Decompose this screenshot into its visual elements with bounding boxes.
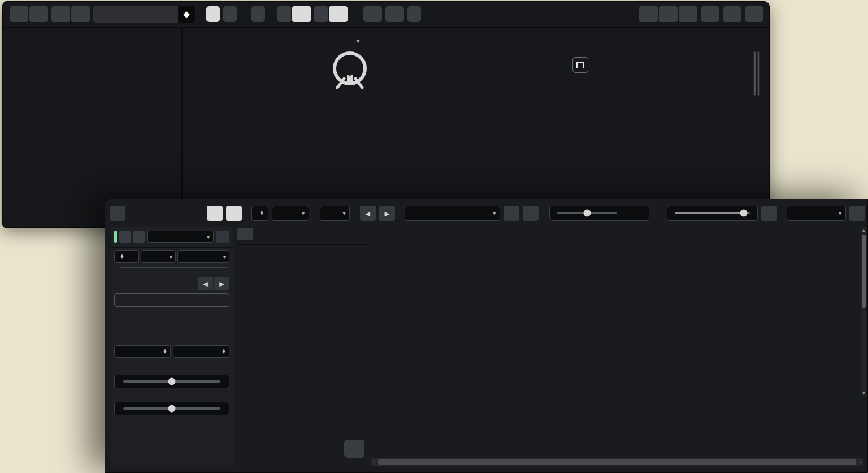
track-offset-thumb[interactable]	[168, 405, 176, 413]
diamond-icon: ◆	[183, 9, 190, 19]
scrollbar-thumb[interactable]	[378, 459, 856, 465]
play-direction-dropdown[interactable]	[320, 206, 350, 221]
chevron-down-icon	[839, 210, 841, 216]
chevron-down-icon	[223, 254, 226, 260]
pattern-steps-stepper[interactable]	[251, 206, 268, 221]
tab-pad-fx[interactable]	[223, 6, 237, 22]
tab-group[interactable]	[251, 6, 265, 22]
track-steps-stepper[interactable]	[114, 250, 139, 263]
clear-random-button[interactable]	[761, 206, 777, 221]
euclidean-knobs	[111, 310, 233, 372]
solo-button[interactable]	[133, 231, 145, 243]
next-pattern-button[interactable]	[379, 206, 395, 221]
randomize-lane-button[interactable]	[344, 440, 364, 458]
pulses-stepper[interactable]	[114, 345, 171, 358]
preset-diamond-button[interactable]	[701, 6, 719, 22]
random-amount-slider[interactable]	[675, 212, 749, 214]
gate-icon	[576, 62, 584, 68]
redo-button[interactable]	[29, 6, 48, 22]
sample-name-dropdown[interactable]	[341, 37, 359, 45]
delay-tab[interactable]	[277, 6, 291, 22]
chevron-down-icon	[302, 210, 305, 216]
preview-speaker-button[interactable]	[226, 206, 242, 221]
track-list-panel	[236, 227, 368, 467]
generator-mode-tabs	[114, 293, 229, 307]
pad-size-small-button[interactable]	[639, 6, 658, 22]
browse-folder-button[interactable]	[723, 6, 741, 22]
track-step-settings	[114, 250, 229, 263]
kit-dropdown[interactable]	[787, 206, 846, 221]
delay-power-button[interactable]	[292, 6, 311, 22]
track-swing-slider[interactable]	[123, 380, 220, 383]
divider	[111, 247, 233, 248]
pattern-toolbar	[110, 204, 865, 222]
pad-size-large-button[interactable]	[659, 6, 678, 22]
interval-row	[114, 277, 229, 290]
undo-button[interactable]	[10, 6, 28, 22]
preset-browser-button[interactable]: ◆	[178, 6, 195, 23]
shift-left-button[interactable]	[198, 277, 213, 290]
confirm-button[interactable]	[679, 6, 697, 22]
vertical-scrollbar[interactable]	[861, 227, 866, 396]
read-automation-button[interactable]	[51, 6, 70, 22]
write-automation-button[interactable]	[71, 6, 90, 22]
stepper-arrows-icon	[163, 349, 167, 354]
scroll-right-arrow[interactable]	[857, 458, 863, 466]
randomize-control[interactable]	[667, 206, 757, 221]
fx-button[interactable]	[407, 6, 421, 22]
track-select-dropdown[interactable]	[147, 231, 214, 243]
gate-mode-button[interactable]	[572, 57, 588, 73]
pattern-select-dropdown[interactable]	[405, 206, 500, 221]
midi-controller-button[interactable]	[385, 6, 404, 22]
toolbar-divider	[3, 27, 769, 28]
arrow-left-icon	[366, 209, 370, 218]
chevron-down-icon	[170, 254, 172, 260]
track-preset-box[interactable]: ◆	[93, 6, 195, 23]
chevron-down-icon	[357, 38, 359, 44]
pop-out-button[interactable]	[745, 6, 763, 22]
shift-buttons	[198, 277, 229, 290]
track-offset-slider[interactable]	[123, 407, 220, 410]
add-pattern-button[interactable]	[504, 206, 519, 221]
track-direction-dropdown[interactable]	[177, 250, 229, 263]
shift-right-button[interactable]	[214, 277, 229, 290]
scroll-up-arrow[interactable]	[861, 227, 866, 233]
editor-pop-out-button[interactable]	[849, 206, 865, 221]
reverb-power-button[interactable]	[329, 6, 348, 22]
rotation-stepper[interactable]	[173, 345, 229, 358]
scroll-left-arrow[interactable]	[371, 458, 377, 466]
track-offset-control[interactable]	[114, 402, 229, 415]
track-swing-control[interactable]	[114, 375, 229, 388]
previous-pattern-button[interactable]	[360, 206, 376, 221]
selected-track-header	[114, 229, 229, 244]
scroll-down-arrow[interactable]	[861, 389, 866, 396]
swing-slider[interactable]	[557, 212, 616, 214]
track-preview-button[interactable]	[216, 231, 229, 243]
horizontal-scrollbar[interactable]	[371, 458, 863, 466]
pad-output-panel	[568, 34, 760, 98]
pattern-rate-dropdown[interactable]	[272, 206, 309, 221]
generate-steps-header	[115, 267, 228, 268]
tab-instrument[interactable]	[206, 6, 220, 22]
duplicate-pattern-button[interactable]	[523, 206, 539, 221]
screenshot-root: ◆	[0, 0, 868, 473]
add-track-button[interactable]	[237, 228, 253, 240]
panel-toggle-button[interactable]	[207, 206, 223, 221]
track-swing-thumb[interactable]	[168, 378, 176, 385]
instrument-toolbar: ◆	[10, 5, 763, 23]
reverb-tab[interactable]	[314, 6, 328, 22]
swing-control[interactable]	[549, 206, 649, 221]
scrollbar-thumb[interactable]	[862, 235, 866, 308]
parameter-lane-tabs	[371, 389, 863, 403]
track-rate-dropdown[interactable]	[141, 250, 176, 263]
pad-panel-header	[568, 37, 752, 37]
chevron-down-icon	[342, 210, 345, 216]
quick-controls-button[interactable]	[363, 6, 382, 22]
kick-drum-icon	[329, 48, 370, 96]
chevron-down-icon	[207, 234, 210, 240]
random-slider-thumb[interactable]	[740, 210, 748, 217]
track-color-strip	[114, 231, 117, 243]
swing-slider-thumb[interactable]	[583, 210, 591, 217]
mute-button[interactable]	[119, 231, 131, 243]
pin-button[interactable]	[110, 206, 125, 221]
